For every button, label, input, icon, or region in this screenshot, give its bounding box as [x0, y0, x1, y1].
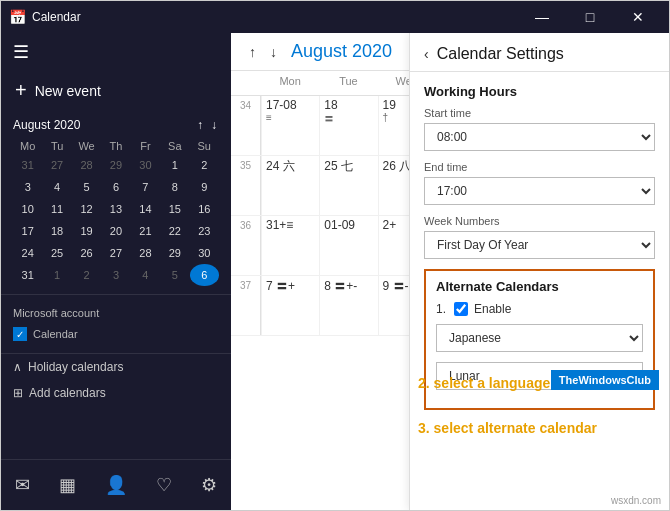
close-button[interactable]: ✕ [615, 1, 661, 33]
mini-cal-day[interactable]: 14 [131, 198, 160, 220]
enable-row: 1. Enable [436, 302, 643, 316]
mini-cal-next-button[interactable]: ↓ [209, 118, 219, 132]
language-select[interactable]: Japanese Chinese (Simplified) Chinese (T… [436, 324, 643, 352]
week-number: 35 [231, 156, 261, 215]
calendar-icon: 📅 [9, 9, 26, 25]
mini-cal-day[interactable]: 4 [131, 264, 160, 286]
end-time-select[interactable]: 17:00 [424, 177, 655, 205]
mini-cal-day[interactable]: 3 [101, 264, 130, 286]
mini-cal-day[interactable]: 6 [190, 264, 219, 286]
main-prev-button[interactable]: ↑ [243, 42, 262, 62]
calendar-day[interactable]: 31+≡ [261, 216, 319, 275]
calendar-day[interactable]: 18〓 [319, 96, 377, 155]
mini-cal-day[interactable]: 2 [72, 264, 101, 286]
mini-cal-weekday-su: Su [190, 138, 219, 154]
mail-icon[interactable]: ✉ [7, 470, 38, 500]
settings-back-button[interactable]: ‹ [424, 46, 429, 62]
add-calendars-item[interactable]: ⊞ Add calendars [1, 380, 231, 406]
calendar-day[interactable]: 25 七 [319, 156, 377, 215]
mini-cal-day[interactable]: 6 [101, 176, 130, 198]
calendar-checkbox[interactable]: ✓ [13, 327, 27, 341]
minimize-button[interactable]: — [519, 1, 565, 33]
app-window: 📅 Calendar — □ ✕ ☰ + New event August 20… [0, 0, 670, 511]
window-title: Calendar [32, 10, 81, 24]
mini-cal-day[interactable]: 26 [72, 242, 101, 264]
day-number: 25 七 [324, 158, 373, 175]
calendar-day[interactable]: 8 〓+- [319, 276, 377, 335]
calendar-day[interactable]: 01-09 [319, 216, 377, 275]
mini-cal-day[interactable]: 5 [160, 264, 189, 286]
mini-cal-day[interactable]: 31 [13, 264, 42, 286]
mini-cal-day[interactable]: 21 [131, 220, 160, 242]
mini-cal-day[interactable]: 18 [42, 220, 71, 242]
mini-cal-day[interactable]: 27 [42, 154, 71, 176]
mini-cal-prev-button[interactable]: ↑ [195, 118, 205, 132]
sidebar-calendar-item[interactable]: ✓ Calendar [13, 323, 219, 345]
day-number: 17-08 [266, 98, 315, 112]
mini-cal-day[interactable]: 23 [190, 220, 219, 242]
mini-cal-day[interactable]: 30 [190, 242, 219, 264]
mini-cal-weekday-sa: Sa [160, 138, 189, 154]
hamburger-icon[interactable]: ☰ [13, 41, 29, 63]
people-icon[interactable]: 👤 [97, 470, 135, 500]
mini-cal-day[interactable]: 16 [190, 198, 219, 220]
maximize-button[interactable]: □ [567, 1, 613, 33]
mini-cal-day[interactable]: 20 [101, 220, 130, 242]
calendar-day[interactable]: 17-08≡ [261, 96, 319, 155]
calendar-view-icon[interactable]: ▦ [51, 470, 84, 500]
calendar-day[interactable]: 24 六 [261, 156, 319, 215]
calendar-type-select[interactable]: Lunar Lunisolar Gregorian [436, 362, 643, 390]
mini-cal-day[interactable]: 29 [101, 154, 130, 176]
mini-cal-day[interactable]: 11 [42, 198, 71, 220]
mini-cal-day[interactable]: 1 [42, 264, 71, 286]
weekday-mon: Mon [261, 71, 319, 91]
mini-cal-day[interactable]: 10 [13, 198, 42, 220]
calendar-day[interactable]: 7 〓+ [261, 276, 319, 335]
mini-cal-day[interactable]: 29 [160, 242, 189, 264]
start-time-label: Start time [424, 107, 655, 119]
mini-cal-day[interactable]: 25 [42, 242, 71, 264]
week-numbers-select[interactable]: First Day Of Year Off First Full Week Fi… [424, 231, 655, 259]
sidebar-account-section: Microsoft account ✓ Calendar [1, 294, 231, 353]
title-bar: 📅 Calendar — □ ✕ [1, 1, 669, 33]
mini-cal-day[interactable]: 2 [190, 154, 219, 176]
mini-cal-day[interactable]: 15 [160, 198, 189, 220]
heart-icon[interactable]: ♡ [148, 470, 180, 500]
mini-cal-day[interactable]: 27 [101, 242, 130, 264]
mini-cal-day[interactable]: 31 [13, 154, 42, 176]
enable-checkbox[interactable] [454, 302, 468, 316]
mini-cal-day[interactable]: 19 [72, 220, 101, 242]
mini-cal-day[interactable]: 12 [72, 198, 101, 220]
alternate-calendars-section: Alternate Calendars 1. Enable Japanese C… [424, 269, 655, 410]
start-time-select[interactable]: 08:00 [424, 123, 655, 151]
week-number: 36 [231, 216, 261, 275]
mini-cal-day[interactable]: 7 [131, 176, 160, 198]
mini-cal-day[interactable]: 4 [42, 176, 71, 198]
mini-cal-day[interactable]: 24 [13, 242, 42, 264]
sidebar: ☰ + New event August 2020 ↑ ↓ [1, 33, 231, 510]
mini-cal-day[interactable]: 17 [13, 220, 42, 242]
holiday-calendars-item[interactable]: ∧ Holiday calendars [1, 353, 231, 380]
mini-cal-grid: Mo Tu We Th Fr Sa Su 3127282930123456789… [13, 138, 219, 286]
settings-icon[interactable]: ⚙ [193, 470, 225, 500]
mini-cal-day[interactable]: 1 [160, 154, 189, 176]
day-content: 〓 [324, 112, 373, 126]
new-event-button[interactable]: + New event [1, 71, 231, 110]
mini-cal-day[interactable]: 30 [131, 154, 160, 176]
mini-cal-weekday-we: We [72, 138, 101, 154]
mini-cal-day[interactable]: 9 [190, 176, 219, 198]
week-number: 37 [231, 276, 261, 335]
mini-calendar: August 2020 ↑ ↓ Mo Tu We Th Fr [1, 110, 231, 294]
mini-cal-day[interactable]: 3 [13, 176, 42, 198]
mini-cal-month-label: August 2020 [13, 118, 80, 132]
mini-cal-day[interactable]: 5 [72, 176, 101, 198]
mini-cal-day[interactable]: 28 [131, 242, 160, 264]
mini-cal-day[interactable]: 22 [160, 220, 189, 242]
main-next-button[interactable]: ↓ [264, 42, 283, 62]
day-content: ≡ [266, 112, 315, 123]
mini-cal-day[interactable]: 13 [101, 198, 130, 220]
mini-cal-day[interactable]: 28 [72, 154, 101, 176]
mini-cal-day[interactable]: 8 [160, 176, 189, 198]
weekday-tue: Tue [319, 71, 377, 91]
day-number: 18 [324, 98, 373, 112]
